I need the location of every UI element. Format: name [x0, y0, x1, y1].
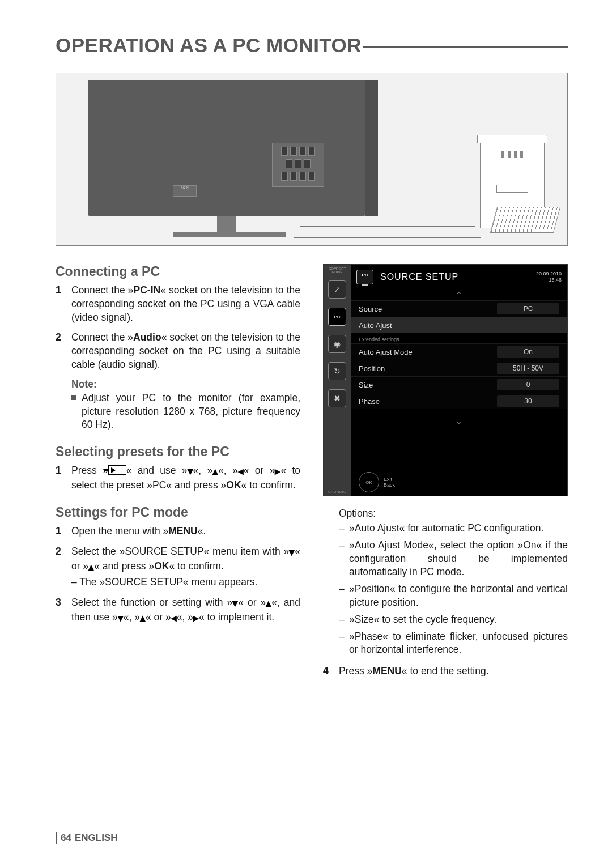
- osd-side-icon-pc: PC: [328, 308, 346, 326]
- osd-row-size: Size 0: [351, 376, 567, 393]
- osd-row-auto-ajust: Auto Ajust: [351, 317, 567, 333]
- settings-step-3: Select the function or setting with »« o…: [56, 596, 300, 626]
- page-number: 64: [61, 832, 71, 844]
- option-item: »Phase« to eliminate flicker, unfocused …: [323, 630, 568, 657]
- settings-step-1: Open the menu with »MENU«.: [56, 525, 300, 538]
- osd-screenshot: COMFORT GUIDE ⤢ PC ◉ ↻ ✖ GRUNDIG PC SOUR…: [323, 264, 568, 496]
- osd-extended-label: Extended settings: [351, 333, 567, 343]
- left-column: Connecting a PC Connect the »PC-IN« sock…: [56, 262, 300, 685]
- option-item: »Size« to set the cycle frequency.: [323, 613, 568, 627]
- osd-row-auto-ajust-mode: Auto Ajust Mode On: [351, 343, 567, 360]
- option-item: »Auto Ajust Mode«, select the option »On…: [323, 539, 568, 579]
- osd-side-icon-display: ⤢: [328, 280, 346, 299]
- title-rule: [363, 46, 568, 48]
- osd-scroll-up-icon: ⌃: [351, 290, 567, 300]
- option-item: »Position« to configure the horizontal a…: [323, 582, 568, 610]
- osd-ok-icon: OK: [359, 472, 379, 492]
- osd-datetime: 20.09.2010 15:46: [536, 271, 562, 283]
- heading-presets: Selecting presets for the PC: [56, 444, 300, 459]
- osd-title: SOURCE SETUP: [380, 272, 536, 282]
- title-text: OPERATION AS A PC MONITOR: [56, 34, 362, 57]
- note-heading: Note:: [71, 378, 300, 390]
- connecting-step-2: Connect the »Audio« socket on the televi…: [56, 331, 300, 371]
- osd-comfort-guide-label: COMFORT GUIDE: [326, 265, 348, 276]
- presets-steps: Press »« and use »«, »«, »« or »« to sel…: [56, 464, 300, 492]
- heading-settings: Settings for PC mode: [56, 505, 300, 520]
- osd-row-source: Source PC: [351, 300, 567, 317]
- note-text: Adjust your PC to the monitor (for examp…: [56, 392, 300, 432]
- osd-pc-icon: PC: [356, 270, 373, 284]
- osd-footer: OK Exit Back: [359, 472, 395, 492]
- osd-row-phase: Phase 30: [351, 393, 567, 409]
- osd-side-icon-eye: ◉: [328, 335, 346, 353]
- osd-side-icon-tools: ✖: [328, 389, 346, 407]
- option-item: »Auto Ajust« for automatic PC configurat…: [323, 522, 568, 535]
- osd-side-icon-refresh: ↻: [328, 362, 346, 380]
- options-heading: Options:: [339, 508, 568, 520]
- settings-step-4: Press »MENU« to end the setting.: [323, 665, 568, 678]
- page-title: OPERATION AS A PC MONITOR: [56, 34, 568, 57]
- keyboard-icon: [490, 207, 560, 233]
- page-language: ENGLISH: [75, 832, 118, 844]
- connection-diagram: ⚠ AC IN: [56, 73, 568, 246]
- options-list: »Auto Ajust« for automatic PC configurat…: [323, 522, 568, 657]
- osd-scroll-down-icon: ⌄: [351, 416, 567, 426]
- acin-label: AC IN: [173, 185, 197, 197]
- settings-step-2: Select the »SOURCE SETUP« menu item with…: [56, 545, 300, 589]
- connecting-step-1: Connect the »PC-IN« socket on the televi…: [56, 284, 300, 324]
- settings-steps: Open the menu with »MENU«. Select the »S…: [56, 525, 300, 626]
- presets-step-1: Press »« and use »«, »«, »« or »« to sel…: [56, 464, 300, 492]
- osd-brand: GRUNDIG: [328, 490, 346, 493]
- osd-row-position: Position 50H - 50V: [351, 360, 567, 376]
- right-column: COMFORT GUIDE ⤢ PC ◉ ↻ ✖ GRUNDIG PC SOUR…: [323, 262, 568, 685]
- page-footer: 64 ENGLISH: [56, 832, 117, 844]
- settings-step4-list: Press »MENU« to end the setting.: [323, 665, 568, 678]
- heading-connecting: Connecting a PC: [56, 264, 300, 279]
- connecting-steps: Connect the »PC-IN« socket on the televi…: [56, 284, 300, 372]
